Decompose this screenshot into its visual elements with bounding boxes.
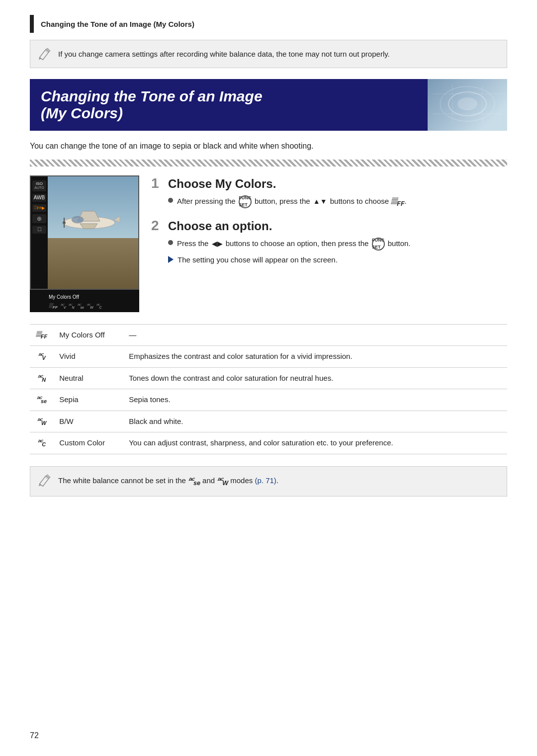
- table-icon-v: 𝄊V: [30, 346, 53, 368]
- table-desc-n: Tones down the contrast and color satura…: [123, 367, 507, 389]
- table-icon-c: 𝄊C: [30, 432, 53, 454]
- table-name-v: Vivid: [53, 346, 123, 368]
- steps-content: 1 Choose My Colors. After pressing the F…: [151, 175, 507, 312]
- table-icon-bw: 𝄊W: [30, 411, 53, 432]
- step-2: 2 Choose an option. Press the ◀▶ buttons…: [151, 218, 507, 266]
- section-title-line2: (My Colors): [41, 105, 263, 122]
- table-name-se: Sepia: [53, 389, 123, 411]
- step-2-bullet-1: Press the ◀▶ buttons to choose an option…: [168, 238, 507, 251]
- bottom-note-before: The white balance cannot be set in the: [58, 476, 188, 485]
- table-icon-off: 𝄚FF: [30, 324, 53, 346]
- step-2-title: Choose an option.: [168, 219, 272, 233]
- plane-svg: [50, 189, 127, 249]
- step-1-number: 1: [151, 175, 163, 191]
- icon-se: 𝄊se: [77, 303, 84, 310]
- table-row: 𝄊V Vivid Emphasizes the contrast and col…: [30, 346, 507, 368]
- svg-point-3: [457, 97, 477, 110]
- func-set-btn-2: FUNCSET: [372, 238, 385, 251]
- leftright-arrows: ◀▶: [212, 239, 223, 249]
- icon-off: 𝄚FF: [49, 303, 58, 310]
- cam-macro-icon: ⊕: [32, 214, 46, 223]
- updown-arrows: ▲▼: [313, 196, 327, 207]
- step-1-bullet-text: After pressing the FUNCSET button, press…: [177, 195, 407, 209]
- table-name-bw: B/W: [53, 411, 123, 432]
- table-desc-off: —: [123, 324, 507, 346]
- table-row: 𝄊W B/W Black and white.: [30, 411, 507, 432]
- icon-n: 𝄊N: [68, 303, 74, 310]
- breadcrumb-text: Changing the Tone of an Image (My Colors…: [41, 20, 194, 28]
- step-1-bullets: After pressing the FUNCSET button, press…: [168, 195, 507, 209]
- options-table: 𝄚FF My Colors Off — 𝄊V Vivid Emphasizes …: [30, 324, 507, 454]
- steps-area: ISO AUTO AWB 𝄚FF▶ ⊕ ☐: [30, 175, 507, 312]
- bottom-note-link[interactable]: (p. 71): [255, 476, 276, 485]
- table-row: 𝄊N Neutral Tones down the contrast and c…: [30, 367, 507, 389]
- bottom-note-icon-bw: 𝄊W: [217, 476, 228, 485]
- breadcrumb: Changing the Tone of an Image (My Colors…: [30, 15, 507, 33]
- top-note-box: If you change camera settings after reco…: [30, 40, 507, 68]
- table-row: 𝄊C Custom Color You can adjust contrast,…: [30, 432, 507, 454]
- table-desc-se: Sepia tones.: [123, 389, 507, 411]
- breadcrumb-bar: [30, 15, 34, 33]
- camera-screen: ISO AUTO AWB 𝄚FF▶ ⊕ ☐: [30, 175, 139, 290]
- step-2-bullet-2-text: The setting you chose will appear on the…: [178, 254, 338, 266]
- svg-point-12: [72, 216, 84, 223]
- step-1: 1 Choose My Colors. After pressing the F…: [151, 175, 507, 209]
- step-2-bullet-2: The setting you chose will appear on the…: [168, 254, 507, 266]
- bullet-circle: [168, 198, 173, 203]
- camera-view-area: [48, 176, 138, 289]
- table-name-off: My Colors Off: [53, 324, 123, 346]
- table-name-c: Custom Color: [53, 432, 123, 454]
- section-heading-text: Changing the Tone of an Image (My Colors…: [41, 88, 263, 122]
- bottom-note-box: The white balance cannot be set in the 𝄊…: [30, 466, 507, 497]
- cam-timer-icon: ☐: [32, 226, 46, 234]
- bottom-note-icon-se: 𝄊se: [188, 476, 200, 485]
- heading-camera-bg: [428, 79, 507, 131]
- step-2-number: 2: [151, 218, 163, 234]
- table-name-n: Neutral: [53, 367, 123, 389]
- table-desc-bw: Black and white.: [123, 411, 507, 432]
- table-icon-n: 𝄊N: [30, 367, 53, 389]
- cam-awb-icon: AWB: [32, 194, 46, 202]
- bottom-note-end: .: [276, 476, 278, 485]
- table-row: 𝄊se Sepia Sepia tones.: [30, 389, 507, 411]
- step-1-title: Choose My Colors.: [168, 177, 276, 191]
- step-2-bullet-1-text: Press the ◀▶ buttons to choose an option…: [177, 238, 411, 251]
- step-1-bullet-1: After pressing the FUNCSET button, press…: [168, 195, 507, 209]
- icon-bw: 𝄊W: [87, 303, 93, 310]
- page-number: 72: [30, 731, 39, 740]
- bullet-circle-2: [168, 240, 173, 245]
- page: Changing the Tone of an Image (My Colors…: [0, 0, 537, 756]
- pencil-icon: [37, 47, 51, 61]
- table-row: 𝄚FF My Colors Off —: [30, 324, 507, 346]
- func-set-btn-1: FUNCSET: [239, 195, 252, 208]
- mycolors-off-label: My Colors Off: [49, 294, 79, 300]
- section-title-line1: Changing the Tone of an Image: [41, 88, 263, 105]
- section-heading-image: [428, 79, 507, 131]
- bottom-note-after: modes: [228, 476, 255, 485]
- icon-v: 𝄊V: [60, 303, 66, 310]
- top-note-text: If you change camera settings after reco…: [58, 50, 390, 58]
- camera-bottom-icons: 𝄚FF 𝄊V 𝄊N 𝄊se 𝄊W 𝄊C: [30, 301, 139, 312]
- camera-screenshot: ISO AUTO AWB 𝄚FF▶ ⊕ ☐: [30, 175, 139, 312]
- icon-c: 𝄊C: [96, 303, 102, 310]
- section-heading: Changing the Tone of an Image (My Colors…: [30, 79, 507, 131]
- pencil-icon-bottom: [37, 474, 51, 488]
- step-2-bullets: Press the ◀▶ buttons to choose an option…: [168, 238, 507, 266]
- step-2-header: 2 Choose an option.: [151, 218, 507, 234]
- table-desc-c: You can adjust contrast, sharpness, and …: [123, 432, 507, 454]
- intro-text: You can change the tone of an image to s…: [30, 140, 507, 153]
- cam-iso-icon: ISO AUTO: [32, 180, 46, 191]
- camera-sidebar: ISO AUTO AWB 𝄚FF▶ ⊕ ☐: [31, 176, 48, 289]
- bullet-triangle: [168, 256, 174, 263]
- table-desc-v: Emphasizes the contrast and color satura…: [123, 346, 507, 368]
- table-icon-se: 𝄊se: [30, 389, 53, 411]
- stripe-divider: [30, 160, 507, 167]
- camera-bottom-label: My Colors Off: [30, 290, 139, 301]
- cam-mycolors-icon: 𝄚FF▶: [32, 204, 46, 212]
- bottom-note-middle: and: [200, 476, 217, 485]
- bottom-note-text: The white balance cannot be set in the 𝄊…: [58, 476, 278, 485]
- step-1-header: 1 Choose My Colors.: [151, 175, 507, 191]
- mycolors-icon-text: 𝄚FF: [391, 197, 404, 205]
